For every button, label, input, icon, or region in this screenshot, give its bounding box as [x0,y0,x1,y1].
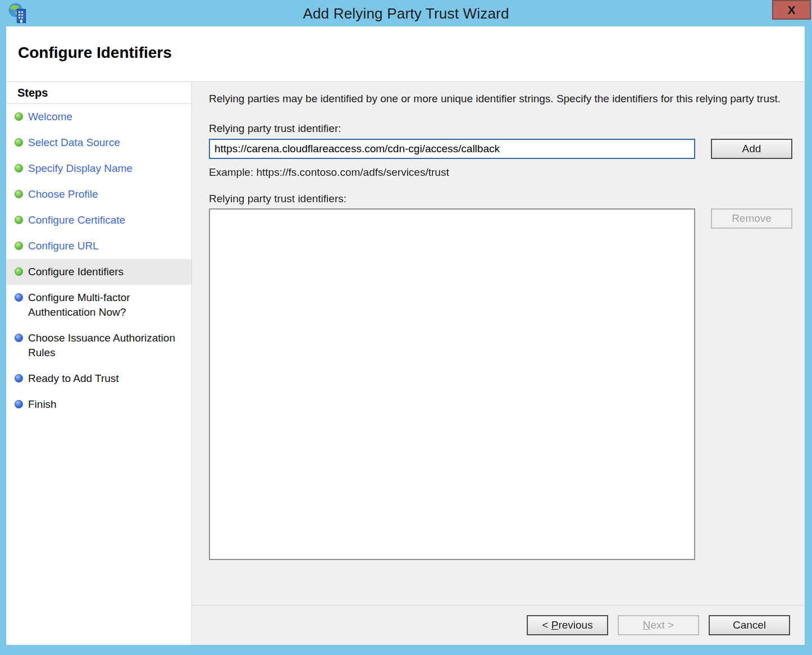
add-button[interactable]: Add [711,139,792,159]
step-current-icon [15,267,23,276]
identifier-example-text: Example: https://fs.contoso.com/adfs/ser… [209,166,793,179]
sidebar-item-specify-display-name[interactable]: Specify Display Name [6,156,191,181]
steps-list: Welcome Select Data Source Specify Displ… [6,104,191,417]
sidebar-item-configure-identifiers[interactable]: Configure Identifiers [6,259,191,285]
page-title: Configure Identifiers [6,26,805,62]
sidebar-item-choose-issuance-authorization-rules: Choose Issuance Authorization Rules [6,325,191,366]
window-title: Add Relying Party Trust Wizard [0,5,812,22]
sidebar-item-choose-profile[interactable]: Choose Profile [6,181,191,207]
wizard-window: Add Relying Party Trust Wizard X Configu… [0,0,812,655]
identifier-input-label: Relying party trust identifier: [209,122,793,135]
page-header: Configure Identifiers [6,26,805,82]
titlebar[interactable]: Add Relying Party Trust Wizard X [0,0,812,26]
steps-heading: Steps [6,82,191,104]
step-upcoming-icon [15,400,23,408]
identifiers-listbox[interactable] [209,208,695,560]
wizard-button-bar: < Previous Next > Cancel [192,605,805,645]
step-upcoming-icon [15,374,23,383]
main-panel: Relying parties may be identified by one… [191,82,805,645]
identifier-input[interactable] [209,139,695,159]
close-button[interactable]: X [772,0,811,20]
step-completed-icon [15,190,23,198]
page-description: Relying parties may be identified by one… [209,91,783,106]
sidebar-item-welcome[interactable]: Welcome [6,104,191,130]
previous-button[interactable]: < Previous [527,615,608,635]
step-completed-icon [15,164,23,172]
sidebar-item-configure-mfa: Configure Multi-factor Authentication No… [6,285,191,325]
step-upcoming-icon [15,334,23,342]
step-completed-icon [15,138,23,147]
step-completed-icon [15,216,23,224]
step-completed-icon [15,242,23,250]
sidebar-item-configure-url[interactable]: Configure URL [6,233,191,259]
wizard-frame: Configure Identifiers Steps Welcome Sele… [6,26,805,645]
sidebar-item-finish: Finish [6,392,191,417]
next-button[interactable]: Next > [618,615,699,635]
steps-sidebar: Steps Welcome Select Data Source Specify… [6,82,191,645]
identifiers-list-label: Relying party trust identifiers: [209,193,793,205]
remove-button[interactable]: Remove [711,208,792,229]
step-completed-icon [15,112,23,121]
sidebar-item-ready-to-add-trust: Ready to Add Trust [6,366,191,392]
step-upcoming-icon [15,293,23,302]
cancel-button[interactable]: Cancel [709,615,790,635]
sidebar-item-configure-certificate[interactable]: Configure Certificate [6,207,191,233]
sidebar-item-select-data-source[interactable]: Select Data Source [6,130,191,156]
